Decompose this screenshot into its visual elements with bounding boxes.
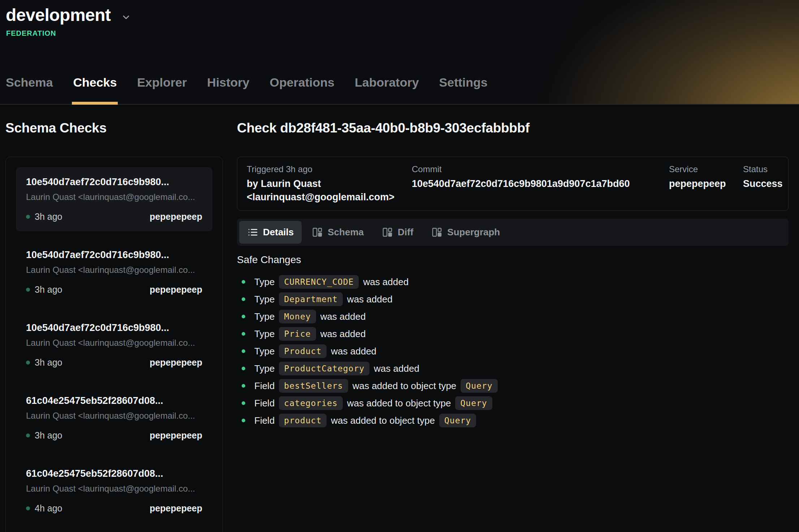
bullet-icon: [242, 367, 245, 370]
change-item: TypeProductwas added: [237, 343, 789, 360]
bullet-icon: [242, 384, 245, 388]
check-service: pepepepeep: [150, 284, 202, 295]
check-author: Laurin Quast <laurinquast@googlemail.co.…: [26, 338, 202, 348]
change-text: Type: [254, 294, 275, 305]
change-text: was added: [331, 346, 376, 357]
safe-changes-list: TypeCURRENCY_CODEwas addedTypeDepartment…: [237, 273, 789, 429]
nav-tab-settings[interactable]: Settings: [439, 75, 488, 105]
check-time: 3h ago: [35, 284, 62, 295]
project-name: development: [6, 5, 111, 25]
change-item: Fieldcategorieswas added to object typeQ…: [237, 394, 789, 412]
check-time: 3h ago: [35, 430, 62, 441]
change-code-chip: Query: [461, 379, 497, 393]
nav-tab-label: Operations: [269, 75, 334, 89]
check-commit-id: 61c04e25475eb52f28607d08...: [26, 395, 202, 406]
change-code-chip: categories: [279, 396, 342, 410]
check-commit-id: 10e540d7aef72c0d716c9b980...: [26, 176, 202, 188]
primary-nav: SchemaChecksExplorerHistoryOperationsLab…: [6, 75, 488, 105]
columns-icon: [312, 227, 323, 238]
project-type-badge: FEDERATION: [0, 25, 799, 38]
check-detail-column: Check db28f481-35aa-40b0-b8b9-303ecfabbb…: [237, 105, 789, 429]
schema-checks-title: Schema Checks: [5, 121, 223, 136]
change-text: was added: [374, 363, 419, 374]
nav-tab-checks[interactable]: Checks: [73, 75, 117, 105]
bullet-icon: [242, 315, 245, 318]
meta-status: Status Success: [743, 164, 783, 204]
nav-tab-history[interactable]: History: [207, 75, 249, 105]
check-list-item[interactable]: 10e540d7aef72c0d716c9b980...Laurin Quast…: [16, 167, 212, 231]
schema-checks-panel: 10e540d7aef72c0d716c9b980...Laurin Quast…: [5, 157, 223, 532]
bullet-icon: [242, 332, 245, 336]
view-tab-diff[interactable]: Diff: [374, 221, 421, 244]
change-code-chip: Product: [279, 344, 327, 358]
check-list-item[interactable]: 61c04e25475eb52f28607d08...Laurin Quast …: [16, 459, 212, 523]
view-tab-label: Diff: [398, 227, 413, 238]
meta-service: Service pepepepeep: [669, 164, 743, 204]
view-tab-label: Details: [263, 227, 294, 238]
change-text: Type: [254, 363, 275, 374]
check-commit-id: 10e540d7aef72c0d716c9b980...: [26, 322, 202, 333]
safe-changes-title: Safe Changes: [237, 254, 789, 266]
change-item: Fieldproductwas added to object typeQuer…: [237, 412, 789, 429]
change-item: TypeMoneywas added: [237, 308, 789, 325]
view-tab-details[interactable]: Details: [239, 221, 302, 244]
nav-tab-label: Settings: [439, 75, 488, 89]
nav-tab-laboratory[interactable]: Laboratory: [355, 75, 419, 105]
change-text: was added: [363, 276, 409, 288]
nav-tab-schema[interactable]: Schema: [6, 75, 53, 105]
change-text: Type: [254, 346, 275, 357]
change-item: TypeDepartmentwas added: [237, 291, 789, 308]
nav-tab-explorer[interactable]: Explorer: [137, 75, 187, 105]
check-service: pepepepeep: [150, 357, 202, 368]
commit-label: Commit: [412, 164, 669, 174]
check-list-item[interactable]: 61c04e25475eb52f28607d08...Laurin Quast …: [16, 386, 212, 450]
triggered-by-email: <laurinquast@googlemail.com>: [247, 191, 412, 204]
columns-icon: [431, 227, 442, 238]
schema-checks-column: Schema Checks 10e540d7aef72c0d716c9b980.…: [5, 105, 223, 532]
change-code-chip: Query: [439, 414, 476, 427]
view-tab-label: Supergraph: [447, 227, 500, 238]
nav-tab-label: History: [207, 75, 249, 89]
change-code-chip: CURRENCY_CODE: [279, 275, 359, 289]
project-selector[interactable]: development: [0, 0, 799, 25]
view-tab-schema[interactable]: Schema: [304, 221, 372, 244]
change-code-chip: Department: [279, 292, 342, 306]
nav-tab-label: Laboratory: [355, 75, 419, 89]
change-code-chip: product: [279, 414, 327, 427]
check-view-tabs: DetailsSchemaDiffSupergraph: [237, 219, 789, 246]
check-meta-box: Triggered 3h ago by Laurin Quast <laurin…: [237, 157, 789, 211]
check-footer: 3h agopepepepeep: [26, 284, 202, 295]
nav-tab-label: Checks: [73, 75, 117, 89]
check-service: pepepepeep: [150, 430, 202, 441]
change-code-chip: Query: [455, 396, 492, 410]
check-detail-title: Check db28f481-35aa-40b0-b8b9-303ecfabbb…: [237, 121, 789, 136]
view-tab-supergraph[interactable]: Supergraph: [423, 221, 508, 244]
success-dot-icon: [26, 288, 30, 292]
bullet-icon: [242, 349, 245, 353]
bullet-icon: [242, 297, 245, 301]
list-icon: [247, 227, 258, 238]
change-text: Field: [254, 398, 275, 409]
check-footer: 3h agopepepepeep: [26, 357, 202, 368]
change-text: was added: [347, 294, 393, 305]
change-code-chip: Price: [279, 327, 316, 341]
change-text: was added: [320, 311, 366, 322]
status-label: Status: [743, 164, 783, 174]
check-list-item[interactable]: 10e540d7aef72c0d716c9b980...Laurin Quast…: [16, 240, 212, 304]
change-text: Field: [254, 380, 275, 392]
check-commit-id: 10e540d7aef72c0d716c9b980...: [26, 249, 202, 261]
meta-commit: Commit 10e540d7aef72c0d716c9b9801a9d907c…: [412, 164, 669, 204]
chevron-down-icon[interactable]: [121, 12, 131, 22]
change-text: was added to object type: [347, 398, 451, 409]
change-text: Type: [254, 276, 275, 288]
nav-tab-operations[interactable]: Operations: [269, 75, 334, 105]
check-list-item[interactable]: 10e540d7aef72c0d716c9b980...Laurin Quast…: [16, 313, 212, 377]
success-dot-icon: [26, 506, 30, 510]
check-author: Laurin Quast <laurinquast@googlemail.co.…: [26, 411, 202, 421]
bullet-icon: [242, 280, 245, 284]
change-text: Type: [254, 328, 275, 340]
check-time: 3h ago: [35, 357, 62, 368]
change-text: Field: [254, 415, 275, 426]
check-author: Laurin Quast <laurinquast@googlemail.co.…: [26, 192, 202, 202]
change-text: Type: [254, 311, 275, 322]
